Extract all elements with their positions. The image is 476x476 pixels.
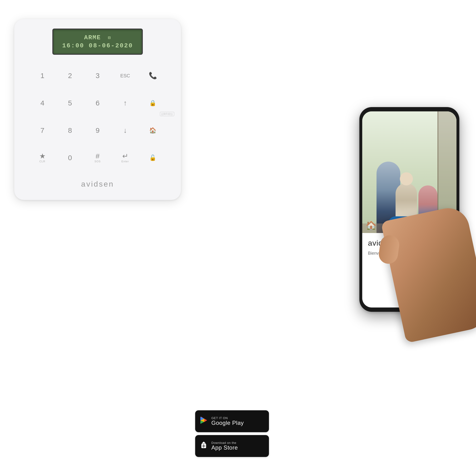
lcd-arme-text: ARME — [84, 34, 101, 41]
phone-wrapper: 🏠 avidsen Home Bienvenue — [355, 102, 464, 317]
key-8[interactable]: 8 — [56, 117, 84, 144]
svg-marker-5 — [204, 419, 207, 422]
key-6[interactable]: 6 — [84, 89, 111, 117]
brand-label: avidsen — [81, 180, 114, 188]
lcd-datetime: 16:00 08-06-2020 — [62, 42, 133, 49]
key-1[interactable]: 1 — [29, 62, 56, 89]
key-home[interactable]: 🏠 — [139, 117, 167, 144]
key-5[interactable]: 5 — [56, 89, 84, 117]
keypad-panel: ARME ⊟ 16:00 08-06-2020 1 2 3 ESC 📞 4 5 … — [14, 19, 181, 200]
key-star[interactable]: ★ CLR — [29, 144, 56, 171]
key-7[interactable]: 7 — [29, 117, 56, 144]
app-store-small-text: Download on the — [211, 441, 238, 444]
lcd-icon: ⊟ — [108, 35, 111, 40]
google-play-badge[interactable]: GET IT ON Google Play — [195, 410, 269, 432]
key-0[interactable]: 0 — [56, 144, 84, 171]
key-hash[interactable]: # SOS — [84, 144, 111, 171]
key-2[interactable]: 2 — [56, 62, 84, 89]
app-store-name: App Store — [211, 444, 238, 451]
rfid-label: ((RFID)) — [160, 112, 174, 116]
boy-head — [400, 172, 413, 186]
key-call[interactable]: 📞 — [139, 62, 167, 89]
badges-container: GET IT ON Google Play Download on the Ap… — [195, 410, 269, 457]
google-play-icon — [200, 416, 208, 427]
app-store-icon — [200, 441, 208, 452]
hand-overlay — [381, 204, 476, 343]
app-store-text: Download on the App Store — [211, 441, 238, 451]
key-3[interactable]: 3 — [84, 62, 111, 89]
key-enter[interactable]: ↵ Enter — [111, 144, 139, 171]
google-play-small-text: GET IT ON — [211, 416, 244, 420]
key-down[interactable]: ↓ — [111, 117, 139, 144]
app-store-badge[interactable]: Download on the App Store — [195, 435, 269, 457]
key-9[interactable]: 9 — [84, 117, 111, 144]
key-unlock[interactable]: 🔓 — [139, 144, 167, 171]
key-esc[interactable]: ESC — [111, 62, 139, 89]
keypad-grid: 1 2 3 ESC 📞 4 5 6 ↑ 🔒 7 8 9 ↓ 🏠 ★ CLR 0 … — [29, 62, 167, 171]
lcd-screen: ARME ⊟ 16:00 08-06-2020 — [52, 29, 143, 55]
google-play-text: GET IT ON Google Play — [211, 416, 244, 426]
key-4[interactable]: 4 — [29, 89, 56, 117]
google-play-name: Google Play — [211, 420, 244, 426]
key-up[interactable]: ↑ — [111, 89, 139, 117]
phone-home-icon-overlay: 🏠 — [366, 221, 376, 231]
